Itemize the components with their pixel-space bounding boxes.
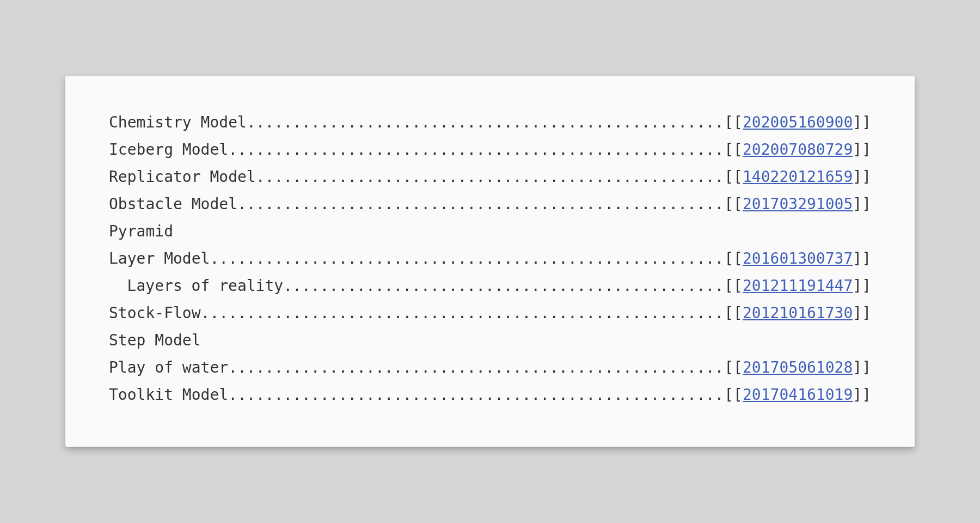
bracket-close: ]] [853,358,871,376]
leader-dots [210,251,724,266]
bracket-open: [[ [724,358,743,376]
wiki-link[interactable]: 201704161019 [743,386,853,404]
bracket-open: [[ [724,250,743,267]
bracket-open: [[ [724,141,743,159]
list-item: Stock-Flow[[201210161730]] [109,300,871,327]
bracket-close: ]] [853,113,871,131]
link-brackets: [[140220121659]] [724,169,871,185]
wiki-link[interactable]: 201211191447 [743,277,853,295]
wiki-link[interactable]: 202007080729 [743,141,853,159]
leader-dots [228,360,724,375]
item-label: Play of water [109,360,228,375]
link-brackets: [[201601300737]] [724,251,871,266]
link-brackets: [[202005160900]] [724,115,871,130]
bracket-open: [[ [724,304,743,322]
list-item: Layer Model[[201601300737]] [109,245,871,272]
bracket-open: [[ [724,195,743,213]
leader-dots [228,387,724,403]
list-item: Step Model[[]] [109,327,871,354]
leader-dots [247,115,724,130]
list-item: Obstacle Model[[201703291005]] [109,191,871,218]
item-label: Obstacle Model [109,197,237,212]
wiki-link[interactable]: 202005160900 [743,113,853,131]
list-item: Play of water[[201705061028]] [109,354,871,381]
bracket-close: ]] [853,277,871,295]
bracket-close: ]] [853,168,871,186]
bracket-open: [[ [724,277,743,295]
link-brackets: [[201704161019]] [724,387,871,403]
link-brackets: [[202007080729]] [724,142,871,157]
leader-dots [237,197,724,212]
leader-dots [256,169,725,185]
list-item: Layers of reality[[201211191447]] [109,272,871,300]
bracket-close: ]] [853,250,871,267]
bracket-close: ]] [853,386,871,404]
bracket-open: [[ [724,168,743,186]
wiki-link[interactable]: 201703291005 [743,195,853,213]
item-label: Toolkit Model [109,387,228,403]
leader-dots [201,306,725,321]
leader-dots [283,278,724,294]
bracket-open: [[ [724,113,743,131]
bracket-close: ]] [853,195,871,213]
item-label: Stock-Flow [109,306,201,321]
link-brackets: [[201211191447]] [724,278,871,294]
bracket-close: ]] [853,141,871,159]
item-label: Iceberg Model [109,142,228,157]
item-label: Layers of reality [109,278,283,294]
item-label: Replicator Model [109,169,256,185]
leader-dots [228,142,724,157]
list-item: Chemistry Model[[202005160900]] [109,109,871,136]
list-item: Iceberg Model[[202007080729]] [109,136,871,163]
wiki-link[interactable]: 201601300737 [743,250,853,267]
wiki-link[interactable]: 201210161730 [743,304,853,322]
bracket-open: [[ [724,386,743,404]
list-item: Pyramid[[]] [109,218,871,245]
item-label: Pyramid [109,224,173,239]
list-item: Toolkit Model[[201704161019]] [109,381,871,409]
link-brackets: [[201210161730]] [724,306,871,321]
bracket-close: ]] [853,304,871,322]
item-label: Layer Model [109,251,210,266]
list-item: Replicator Model[[140220121659]] [109,163,871,191]
wiki-link[interactable]: 140220121659 [743,168,853,186]
wiki-link[interactable]: 201705061028 [743,358,853,376]
link-brackets: [[201705061028]] [724,360,871,375]
item-label: Chemistry Model [109,115,247,130]
item-label: Step Model [109,333,201,348]
link-brackets: [[201703291005]] [724,197,871,212]
document-card: Chemistry Model[[202005160900]]Iceberg M… [65,76,915,447]
